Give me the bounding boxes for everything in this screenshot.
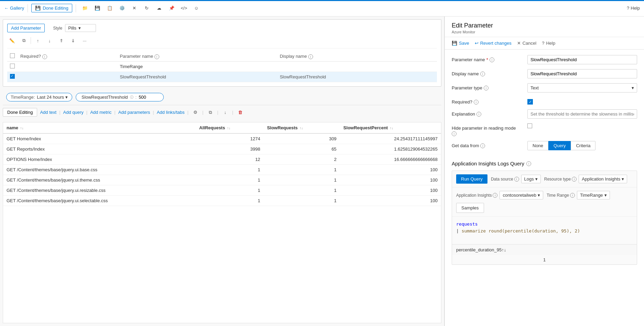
time-range-qs-label: Time Range i — [547, 193, 575, 198]
style-select[interactable]: Pills ▾ — [65, 24, 96, 32]
main-layout: Add Parameter Style Pills ▾ ✏️ ⧉ ↑ ↓ ⇑ ⇓… — [0, 17, 644, 326]
add-parameters-link[interactable]: Add parameters — [118, 110, 150, 115]
code-icon-button[interactable]: </> — [179, 3, 190, 14]
style-value: Pills — [68, 25, 76, 31]
cloud-icon-button[interactable]: ☁ — [154, 3, 165, 14]
folder-icon-button[interactable]: 📁 — [79, 3, 90, 14]
explanation-input[interactable] — [527, 109, 637, 119]
hide-param-checkbox[interactable] — [527, 123, 532, 128]
table-row[interactable]: GET /Content/themes/base/jquery.ui.selec… — [3, 196, 441, 206]
get-data-criteria[interactable]: Criteria — [571, 141, 595, 150]
param-type-select[interactable]: Text ▾ — [527, 83, 637, 93]
table-row[interactable]: TimeRange — [7, 62, 437, 72]
pin-icon-button[interactable]: 📌 — [166, 3, 177, 14]
param-name-input[interactable] — [527, 55, 637, 64]
col-allrequests-header[interactable]: AllRequests ↑↓ — [196, 122, 264, 133]
cell-name: GET /Content/themes/base/jquery.ui.theme… — [3, 175, 196, 185]
done-editing-sm-button[interactable]: Done Editing — [3, 108, 37, 117]
help-panel-button[interactable]: ? Help — [542, 41, 555, 46]
table-row[interactable]: GET /Content/themes/base/jquery.ui.resiz… — [3, 185, 441, 196]
move-up-button[interactable]: ↑ — [33, 36, 43, 45]
run-query-button[interactable]: Run Query — [456, 174, 487, 184]
copy-icon-button[interactable]: 📋 — [104, 3, 115, 14]
add-query-link[interactable]: Add query — [63, 110, 84, 115]
required-checkbox[interactable] — [527, 99, 533, 105]
move-down-button[interactable]: ↓ — [45, 36, 54, 45]
gallery-back-button[interactable]: ← Gallery — [4, 6, 24, 11]
get-data-control: None Query Criteria — [527, 141, 637, 150]
select-all-checkbox[interactable] — [10, 53, 15, 58]
get-data-none[interactable]: None — [527, 141, 548, 150]
save-icon-button[interactable]: 💾 — [92, 3, 103, 14]
time-range-qs-value: TimeRange — [580, 193, 603, 198]
add-links-link[interactable]: Add links/tabs — [157, 110, 185, 115]
time-range-qs-select[interactable]: TimeRange ▾ — [577, 191, 610, 199]
table-row[interactable]: GET Home/Index 1274 309 24.2543171111459… — [3, 133, 441, 144]
copy-param-button[interactable]: ⧉ — [19, 36, 29, 45]
result-col-label: percentile_duration_95↑↓ — [456, 247, 506, 252]
app-insights-value: contosoretailweb — [503, 193, 536, 198]
refresh-icon-button[interactable]: ↻ — [141, 3, 152, 14]
col-name-header[interactable]: name ↑↓ — [3, 122, 196, 133]
required-row: Required? i — [452, 97, 637, 105]
edit-actions-bar: Done Editing Add text | Add query | Add … — [3, 105, 441, 119]
save-button[interactable]: 💾 Save — [452, 41, 469, 46]
delete-action-icon[interactable]: 🗑 — [236, 108, 244, 117]
panel-title: Edit Parameter — [452, 22, 637, 29]
toolbar-separator — [28, 4, 28, 12]
toolbar-sep — [31, 37, 31, 44]
table-row[interactable]: GET /Content/themes/base/jquery.ui.theme… — [3, 175, 441, 185]
sep7: | — [217, 110, 218, 115]
more-options-button[interactable]: ··· — [80, 36, 89, 45]
time-range-pill[interactable]: TimeRange: Last 24 hours ▾ — [6, 93, 72, 101]
done-editing-button[interactable]: 💾 Done Editing — [31, 4, 72, 12]
sep1: | — [59, 110, 60, 115]
close-icon-button[interactable]: ✕ — [129, 3, 140, 14]
cancel-button[interactable]: ✕ Cancel — [517, 41, 536, 46]
get-data-query[interactable]: Query — [548, 141, 571, 150]
hide-param-info: i — [452, 131, 457, 136]
app-insights-select[interactable]: contosoretailweb ▾ — [500, 191, 543, 199]
params-table: Required? i Parameter name i Display nam… — [7, 51, 437, 82]
add-parameter-button[interactable]: Add Parameter — [7, 24, 45, 32]
samples-button[interactable]: Samples — [456, 203, 484, 213]
revert-button[interactable]: ↩ Revert changes — [475, 41, 512, 46]
add-metric-link[interactable]: Add metric — [90, 110, 111, 115]
settings-icon-button[interactable]: ⚙️ — [117, 3, 128, 14]
slow-request-pill[interactable]: SlowRequestThreshold ⓘ : — [76, 93, 164, 101]
get-data-label: Get data from i — [452, 141, 527, 148]
row-checkbox-2[interactable] — [10, 74, 15, 79]
col-slowpct-header[interactable]: SlowRequestPercent ↑↓ — [340, 122, 441, 133]
table-row[interactable]: GET Reports/Index 3998 65 1.625812906453… — [3, 144, 441, 154]
table-row[interactable]: OPTIONS Home/Index 12 2 16.6666666666666… — [3, 154, 441, 165]
resource-type-select[interactable]: Application Insights ▾ — [579, 175, 627, 183]
add-text-link[interactable]: Add text — [40, 110, 56, 115]
data-source-select[interactable]: Logs ▾ — [521, 175, 541, 183]
code-area[interactable]: requests | summarize round(percentile(du… — [452, 217, 637, 244]
table-row[interactable]: SlowRequestThreshold SlowRequestThreshol… — [7, 72, 437, 82]
row-display-name-1 — [277, 62, 437, 72]
col-slowrequests-header[interactable]: SlowRequests ↑↓ — [264, 122, 340, 133]
emoji-icon-button[interactable]: ☺ — [191, 3, 202, 14]
query-results-header: percentile_duration_95↑↓ — [452, 244, 637, 255]
cell-pct: 1.6258129064532265 — [340, 144, 441, 154]
copy-action-icon[interactable]: ⧉ — [206, 108, 214, 117]
display-name-input[interactable] — [527, 69, 637, 78]
resource-type-value: Application Insights — [582, 176, 620, 182]
display-name-header: Display name i — [277, 51, 437, 62]
cell-slow: 1 — [264, 185, 340, 196]
help-button[interactable]: ? Help — [627, 6, 640, 11]
slow-req-input[interactable] — [139, 95, 159, 100]
help-panel-label: Help — [546, 41, 555, 46]
row-checkbox-1[interactable] — [10, 64, 15, 68]
app-insights-info: i — [493, 193, 497, 198]
download-action-icon[interactable]: ↓ — [221, 108, 229, 117]
display-name-label: Display name i — [452, 69, 527, 76]
settings-action-icon[interactable]: ⚙ — [191, 108, 200, 117]
table-row[interactable]: GET /Content/themes/base/jquery.ui.base.… — [3, 165, 441, 175]
edit-param-button[interactable]: ✏️ — [7, 36, 17, 45]
result-val: 1 — [543, 257, 546, 262]
move-top-button[interactable]: ⇑ — [56, 36, 66, 45]
move-bottom-button[interactable]: ⇓ — [68, 36, 78, 45]
app-insights-group: Application Insights i contosoretailweb … — [456, 191, 543, 199]
